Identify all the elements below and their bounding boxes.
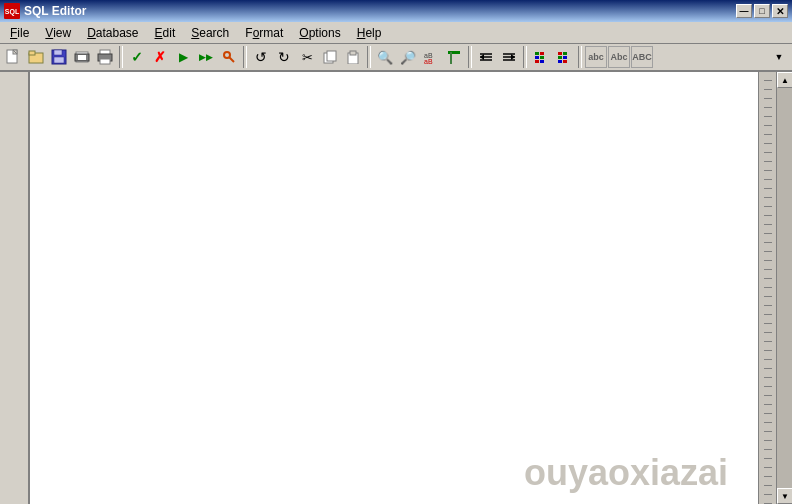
ruler-mark [764, 332, 772, 333]
svg-rect-22 [448, 51, 460, 54]
stop-button[interactable]: ✗ [149, 46, 171, 68]
format-list-right-button[interactable] [553, 46, 575, 68]
scrollbar-track[interactable] [777, 88, 792, 488]
ruler-mark [764, 440, 772, 441]
format-abc3-button[interactable]: ABC [631, 46, 653, 68]
app-icon: SQL [4, 3, 20, 19]
app-title: SQL Editor [24, 4, 736, 18]
svg-rect-37 [540, 60, 544, 63]
open-button[interactable] [25, 46, 47, 68]
format-abc1-button[interactable]: abc [585, 46, 607, 68]
ruler-mark [764, 278, 772, 279]
sep-6 [578, 46, 582, 68]
title-buttons: — □ ✕ [736, 4, 788, 18]
ruler-mark [764, 359, 772, 360]
menu-help[interactable]: Help [349, 23, 390, 43]
svg-marker-31 [511, 54, 515, 60]
new-button[interactable] [2, 46, 24, 68]
ruler-mark [764, 134, 772, 135]
svg-rect-7 [54, 57, 64, 63]
indent-right-button[interactable] [498, 46, 520, 68]
vertical-scrollbar[interactable]: ▲ ▼ [776, 72, 792, 504]
find-next-button[interactable]: 🔎 [397, 46, 419, 68]
ruler-mark [764, 206, 772, 207]
toolbar: ✓ ✗ ▶ ▶▶ ↺ ↻ ✂ 🔍 🔎 aB aB [0, 44, 792, 72]
ruler-mark [764, 422, 772, 423]
ruler-mark [764, 251, 772, 252]
ruler-mark [764, 125, 772, 126]
ruler-mark [764, 485, 772, 486]
svg-rect-40 [558, 56, 562, 59]
scroll-up-button[interactable]: ▲ [777, 72, 792, 88]
ruler-mark [764, 80, 772, 81]
tools-button[interactable] [218, 46, 240, 68]
ruler-marks [759, 72, 776, 504]
scroll-down-button[interactable]: ▼ [777, 488, 792, 504]
menu-format[interactable]: Format [237, 23, 291, 43]
print-button[interactable] [94, 46, 116, 68]
svg-rect-39 [563, 52, 567, 55]
print-preview-button[interactable] [71, 46, 93, 68]
sep-1 [119, 46, 123, 68]
copy-button[interactable] [319, 46, 341, 68]
menu-view[interactable]: View [37, 23, 79, 43]
redo-button[interactable]: ↻ [273, 46, 295, 68]
svg-rect-41 [563, 56, 567, 59]
ruler-mark [764, 233, 772, 234]
title-bar: SQL SQL Editor — □ ✕ [0, 0, 792, 22]
ruler-mark [764, 242, 772, 243]
svg-rect-38 [558, 52, 562, 55]
ruler-mark [764, 377, 772, 378]
run-all-button[interactable]: ▶▶ [195, 46, 217, 68]
ruler-mark [764, 494, 772, 495]
ruler-mark [764, 170, 772, 171]
ruler-mark [764, 458, 772, 459]
svg-rect-43 [563, 60, 567, 63]
menu-edit[interactable]: Edit [147, 23, 184, 43]
svg-line-15 [229, 57, 234, 62]
format-list-left-button[interactable] [530, 46, 552, 68]
save-button[interactable] [48, 46, 70, 68]
ruler-mark [764, 197, 772, 198]
cut-button[interactable]: ✂ [296, 46, 318, 68]
ruler-mark [764, 188, 772, 189]
ruler-mark [764, 179, 772, 180]
bookmark-button[interactable] [443, 46, 465, 68]
minimize-button[interactable]: — [736, 4, 752, 18]
ruler-mark [764, 449, 772, 450]
svg-rect-34 [535, 56, 539, 59]
sep-4 [468, 46, 472, 68]
svg-rect-19 [350, 51, 356, 55]
ruler-mark [764, 323, 772, 324]
svg-rect-6 [54, 50, 62, 55]
editor-area[interactable]: ouyaoxiazai [30, 72, 758, 504]
ruler-mark [764, 404, 772, 405]
ruler-mark [764, 224, 772, 225]
paste-button[interactable] [342, 46, 364, 68]
indent-left-button[interactable] [475, 46, 497, 68]
ruler-mark [764, 413, 772, 414]
ruler-mark [764, 161, 772, 162]
ruler-mark [764, 260, 772, 261]
maximize-button[interactable]: □ [754, 4, 770, 18]
sep-2 [243, 46, 247, 68]
run-button[interactable]: ▶ [172, 46, 194, 68]
toolbar-dropdown-button[interactable]: ▼ [768, 46, 790, 68]
menu-options[interactable]: Options [291, 23, 348, 43]
menu-search[interactable]: Search [183, 23, 237, 43]
close-button[interactable]: ✕ [772, 4, 788, 18]
menu-file[interactable]: File [2, 23, 37, 43]
format-abc2-button[interactable]: Abc [608, 46, 630, 68]
menu-database[interactable]: Database [79, 23, 146, 43]
svg-rect-23 [450, 52, 452, 64]
undo-button[interactable]: ↺ [250, 46, 272, 68]
ruler-mark [764, 107, 772, 108]
execute-button[interactable]: ✓ [126, 46, 148, 68]
ruler-mark [764, 296, 772, 297]
find-button[interactable]: 🔍 [374, 46, 396, 68]
svg-rect-4 [29, 51, 35, 55]
ruler-mark [764, 143, 772, 144]
svg-marker-27 [480, 54, 484, 60]
replace-button[interactable]: aB aB [420, 46, 442, 68]
ruler-mark [764, 395, 772, 396]
